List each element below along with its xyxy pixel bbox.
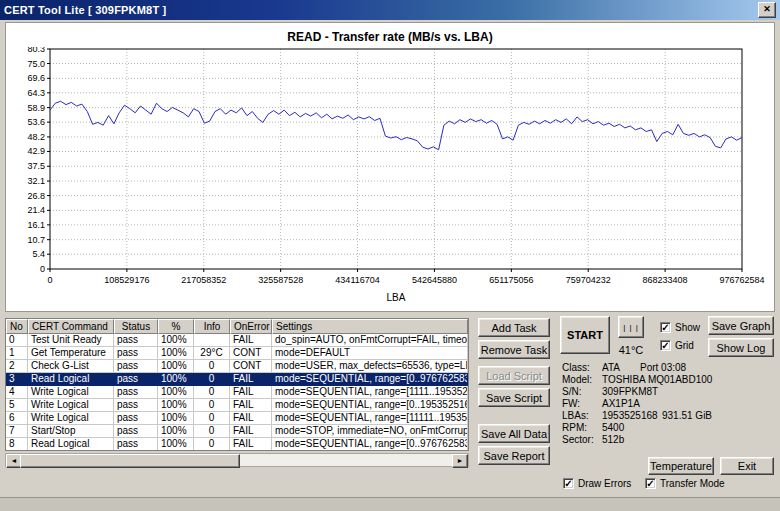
grid-checkbox[interactable]: ✓ Grid — [660, 339, 694, 352]
column-header[interactable]: No — [6, 319, 28, 334]
table-cell: FAIL — [230, 373, 272, 386]
svg-text:976762584: 976762584 — [719, 275, 764, 285]
table-row[interactable]: 6Write Logicalpass100%0FAILmode=SEQUENTI… — [6, 412, 468, 425]
table-cell: 7 — [6, 425, 28, 438]
table-cell: 1 — [6, 347, 28, 360]
device-info-line: Sector:512b — [562, 434, 775, 446]
table-cell: mode=SEQUENTIAL, range=[0..976762583], s… — [272, 373, 468, 386]
load-script-button[interactable]: Load Script — [478, 366, 550, 385]
table-header-row: NoCERT CommandStatus%InfoOnErrorSettings — [6, 319, 468, 334]
table-row[interactable]: 0Test Unit Readypass100%FAILdo_spin=AUTO… — [6, 334, 468, 347]
column-header[interactable]: Settings — [272, 319, 468, 334]
device-info-extra: 931.51 GiB — [662, 410, 712, 422]
table-cell: 0 — [194, 386, 230, 399]
add-task-button[interactable]: Add Task — [478, 318, 550, 337]
column-header[interactable]: OnError — [230, 319, 272, 334]
scroll-right-button[interactable]: ► — [452, 454, 468, 468]
svg-text:37.5: 37.5 — [27, 161, 45, 171]
device-info-line: S/N:309FPKM8T — [562, 386, 775, 398]
table-cell: Test Unit Ready — [28, 334, 114, 347]
draw-errors-checkbox[interactable]: ✓ Draw Errors — [563, 477, 631, 490]
pause-button[interactable]: | | | — [618, 316, 644, 338]
device-info-line: LBAs:1953525168931.51 GiB — [562, 410, 775, 422]
chart-title: READ - Transfer rate (MB/s vs. LBA) — [6, 23, 774, 45]
table-cell: mode=SEQUENTIAL, range=[11111..195352516… — [272, 412, 468, 425]
table-row[interactable]: 8Read Logicalpass100%0FAILmode=SEQUENTIA… — [6, 438, 468, 451]
table-cell: 100% — [158, 347, 194, 360]
table-row[interactable]: 7Start/Stoppass100%0FAILmode=STOP, immed… — [6, 425, 468, 438]
device-info-line: FW:AX1P1A — [562, 398, 775, 410]
table-row[interactable]: 4Write Logicalpass100%0FAILmode=SEQUENTI… — [6, 386, 468, 399]
show-checkbox[interactable]: ✓ Show — [660, 321, 700, 334]
device-info-value: 5400 — [602, 422, 624, 433]
table-cell: 3 — [6, 373, 28, 386]
table-cell: 5 — [6, 399, 28, 412]
drive-temperature: 41°C — [610, 344, 652, 356]
exit-button[interactable]: Exit — [720, 457, 774, 475]
svg-text:LBA: LBA — [387, 292, 406, 303]
table-cell: 100% — [158, 425, 194, 438]
svg-text:651175056: 651175056 — [489, 275, 533, 285]
table-row[interactable]: 1Get Temperaturepass100%29°CCONTmode=DEF… — [6, 347, 468, 360]
svg-text:16.1: 16.1 — [27, 220, 45, 230]
scroll-right-icon: ► — [457, 457, 464, 464]
device-info-line: RPM:5400 — [562, 422, 775, 434]
start-button[interactable]: START — [560, 316, 610, 354]
task-table: NoCERT CommandStatus%InfoOnErrorSettings… — [5, 318, 469, 451]
save-graph-button[interactable]: Save Graph — [708, 316, 774, 335]
table-cell: 6 — [6, 412, 28, 425]
temperature-button[interactable]: Temperature — [648, 457, 714, 475]
save-all-data-button[interactable]: Save All Data — [478, 424, 550, 443]
save-script-button[interactable]: Save Script — [478, 388, 550, 407]
device-info-extra: Port 03:08 — [640, 362, 686, 374]
table-cell: CONT — [230, 347, 272, 360]
scrollbar-thumb[interactable] — [20, 454, 240, 468]
svg-text:32.1: 32.1 — [27, 176, 45, 186]
column-header[interactable]: Status — [114, 319, 158, 334]
table-cell: 0 — [194, 438, 230, 451]
table-row[interactable]: 5Write Logicalpass100%0FAILmode=SEQUENTI… — [6, 399, 468, 412]
save-report-button[interactable]: Save Report — [478, 446, 550, 465]
column-header[interactable]: CERT Command — [28, 319, 114, 334]
column-header[interactable]: % — [158, 319, 194, 334]
table-cell: 100% — [158, 438, 194, 451]
transfer-mode-checkbox[interactable]: ✓ Transfer Mode — [645, 477, 725, 490]
horizontal-scrollbar[interactable]: ◄ ► — [5, 453, 469, 467]
table-cell: mode=STOP, immediate=NO, onFmtCorrupt=IG… — [272, 425, 468, 438]
table-cell: FAIL — [230, 334, 272, 347]
device-info-value: 1953525168 — [602, 410, 658, 421]
table-cell: Check G-List — [28, 360, 114, 373]
device-info-label: Model: — [562, 374, 602, 386]
close-icon: ✕ — [763, 4, 771, 14]
column-header[interactable]: Info — [194, 319, 230, 334]
device-info-panel: Class:ATAPort 03:08Model:TOSHIBA MQ01ABD… — [562, 362, 775, 446]
svg-text:64.3: 64.3 — [27, 88, 45, 98]
table-cell: 0 — [194, 425, 230, 438]
svg-text:325587528: 325587528 — [258, 275, 303, 285]
table-cell: 100% — [158, 373, 194, 386]
table-row[interactable]: 2Check G-Listpass100%0CONTmode=USER, max… — [6, 360, 468, 373]
table-cell: CONT — [230, 360, 272, 373]
table-cell: 29°C — [194, 347, 230, 360]
table-cell: 4 — [6, 386, 28, 399]
device-info-value: 309FPKM8T — [602, 386, 658, 397]
table-cell: 0 — [194, 412, 230, 425]
remove-task-button[interactable]: Remove Task — [478, 340, 550, 359]
svg-text:42.9: 42.9 — [27, 146, 45, 156]
svg-text:53.6: 53.6 — [27, 117, 45, 127]
table-cell: Read Logical — [28, 373, 114, 386]
device-info-value: AX1P1A — [602, 398, 640, 409]
table-cell: pass — [114, 373, 158, 386]
check-icon: ✓ — [563, 478, 574, 489]
table-row[interactable]: 3Read Logicalpass100%0FAILmode=SEQUENTIA… — [6, 373, 468, 386]
table-cell: Write Logical — [28, 386, 114, 399]
show-log-button[interactable]: Show Log — [708, 338, 774, 357]
transfer-rate-chart: 80.375.069.664.358.953.648.242.937.532.1… — [6, 47, 770, 303]
table-cell: Get Temperature — [28, 347, 114, 360]
table-cell — [194, 334, 230, 347]
device-info-label: S/N: — [562, 386, 602, 398]
device-info-label: FW: — [562, 398, 602, 410]
device-info-line: Class:ATAPort 03:08 — [562, 362, 775, 374]
close-button[interactable]: ✕ — [758, 2, 776, 18]
table-cell: 0 — [194, 360, 230, 373]
